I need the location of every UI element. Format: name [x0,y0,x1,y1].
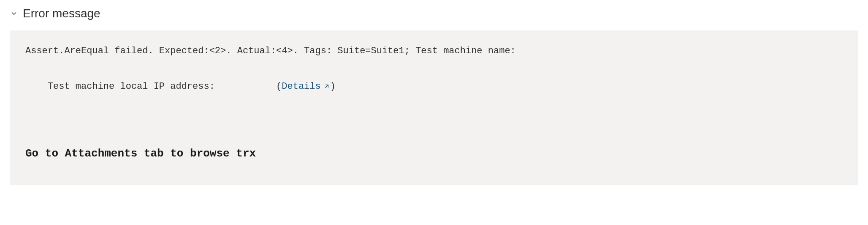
error-text-line-2: Test machine local IP address: (Details) [25,60,843,113]
details-link-label: Details [282,78,320,96]
attachments-hint: Go to Attachments tab to browse trx [25,143,843,164]
error-text-line-1: Assert.AreEqual failed. Expected:<2>. Ac… [25,42,843,60]
error-message-section-toggle[interactable]: Error message [10,7,858,20]
external-link-icon [323,83,330,90]
details-paren-close: ) [330,81,336,92]
details-link[interactable]: Details [282,78,330,96]
section-title: Error message [23,7,100,20]
error-message-block: Assert.AreEqual failed. Expected:<2>. Ac… [10,30,858,185]
details-paren-open: ( [276,81,282,92]
error-line2-prefix: Test machine local IP address: [48,81,276,92]
chevron-down-icon [10,10,18,17]
